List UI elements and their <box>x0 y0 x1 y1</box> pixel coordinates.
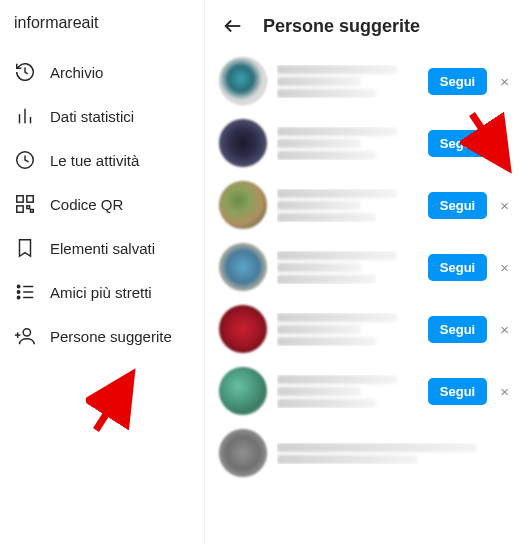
menu-item-saved[interactable]: Elementi salvati <box>14 226 204 270</box>
suggestions-list: Segui × Segui × Segui × Segui × <box>217 50 514 544</box>
follow-button[interactable]: Segui <box>428 130 487 157</box>
follow-button[interactable]: Segui <box>428 378 487 405</box>
avatar[interactable] <box>219 243 267 291</box>
suggestion-row: Segui × <box>217 360 514 422</box>
menu-label: Archivio <box>50 64 103 81</box>
suggestion-row: Segui × <box>217 112 514 174</box>
avatar[interactable] <box>219 181 267 229</box>
avatar[interactable] <box>219 119 267 167</box>
panel-header: Persone suggerite <box>217 10 514 50</box>
suggestion-row: Segui × <box>217 236 514 298</box>
add-person-icon <box>14 325 36 347</box>
svg-rect-6 <box>17 206 23 212</box>
user-info[interactable] <box>277 375 418 408</box>
menu-label: Persone suggerite <box>50 328 172 345</box>
suggested-panel: Persone suggerite Segui × Segui × Segui <box>205 0 520 544</box>
svg-rect-4 <box>17 196 23 202</box>
suggestion-row <box>217 422 514 484</box>
menu-label: Elementi salvati <box>50 240 155 257</box>
follow-button[interactable]: Segui <box>428 316 487 343</box>
user-info[interactable] <box>277 313 418 346</box>
user-info[interactable] <box>277 65 418 98</box>
avatar[interactable] <box>219 429 267 477</box>
user-info[interactable] <box>277 127 418 160</box>
menu-item-qr[interactable]: Codice QR <box>14 182 204 226</box>
back-icon[interactable] <box>221 14 245 38</box>
svg-rect-5 <box>27 196 33 202</box>
menu-item-suggested-people[interactable]: Persone suggerite <box>14 314 204 358</box>
page-title: Persone suggerite <box>263 16 420 37</box>
menu-label: Codice QR <box>50 196 123 213</box>
menu-label: Le tue attività <box>50 152 139 169</box>
menu-item-close-friends[interactable]: Amici più stretti <box>14 270 204 314</box>
suggestion-row: Segui × <box>217 174 514 236</box>
svg-rect-8 <box>31 210 34 213</box>
clock-icon <box>14 149 36 171</box>
suggestion-row: Segui × <box>217 298 514 360</box>
menu-item-archive[interactable]: Archivio <box>14 50 204 94</box>
qr-code-icon <box>14 193 36 215</box>
svg-point-10 <box>17 291 19 293</box>
dismiss-icon[interactable]: × <box>497 74 512 89</box>
dismiss-icon[interactable]: × <box>497 198 512 213</box>
menu-item-activity[interactable]: Le tue attività <box>14 138 204 182</box>
menu-label: Amici più stretti <box>50 284 152 301</box>
bar-chart-icon <box>14 105 36 127</box>
history-icon <box>14 61 36 83</box>
dismiss-icon[interactable]: × <box>497 322 512 337</box>
svg-point-11 <box>17 296 19 298</box>
username: informareait <box>14 14 204 32</box>
follow-button[interactable]: Segui <box>428 68 487 95</box>
list-icon <box>14 281 36 303</box>
svg-point-15 <box>23 329 30 336</box>
menu-label: Dati statistici <box>50 108 134 125</box>
svg-point-9 <box>17 285 19 287</box>
dismiss-icon[interactable]: × <box>497 384 512 399</box>
avatar[interactable] <box>219 305 267 353</box>
sidebar: informareait Archivio Dati statistici Le… <box>0 0 205 544</box>
follow-button[interactable]: Segui <box>428 254 487 281</box>
bookmark-icon <box>14 237 36 259</box>
follow-button[interactable]: Segui <box>428 192 487 219</box>
user-info[interactable] <box>277 443 512 464</box>
avatar[interactable] <box>219 57 267 105</box>
user-info[interactable] <box>277 251 418 284</box>
dismiss-icon[interactable]: × <box>497 260 512 275</box>
dismiss-icon[interactable]: × <box>497 136 512 151</box>
suggestion-row: Segui × <box>217 50 514 112</box>
user-info[interactable] <box>277 189 418 222</box>
svg-rect-7 <box>27 206 30 209</box>
avatar[interactable] <box>219 367 267 415</box>
menu-item-insights[interactable]: Dati statistici <box>14 94 204 138</box>
